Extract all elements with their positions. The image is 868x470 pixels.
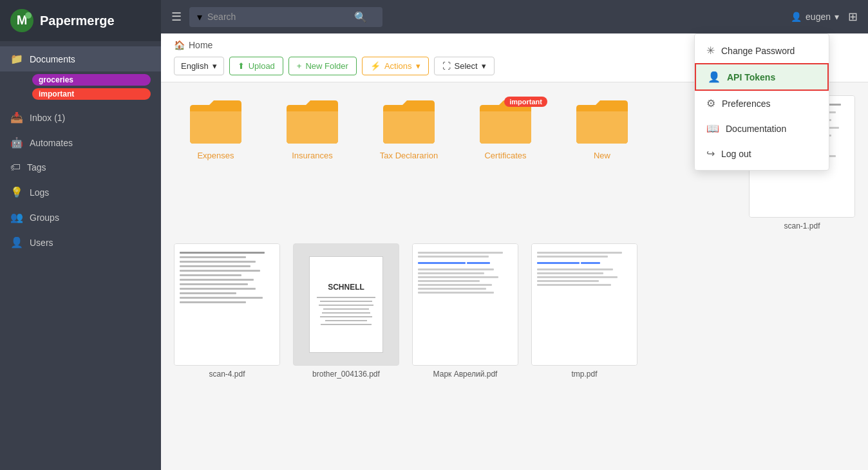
select-button[interactable]: ⛶ Select ▾ [434, 57, 495, 75]
actions-icon: ⚡ [370, 61, 381, 71]
tags-container: groceries important [0, 71, 161, 105]
folder-insurances[interactable]: Insurances [270, 95, 354, 230]
user-dropdown-menu: ✳ Change Password 👤 API Tokens ⚙ Prefere… [694, 33, 829, 171]
sidebar-nav: 📁 Documents groceries important 📥 Inbox … [0, 41, 161, 470]
users-icon: 👤 [10, 236, 23, 249]
file-thumb-scan4 [174, 243, 280, 366]
select-chevron-icon: ▾ [482, 61, 486, 71]
sidebar-item-label: Documents [30, 54, 75, 64]
logout-label: Log out [721, 149, 751, 159]
sidebar-item-label: Groups [30, 212, 59, 223]
search-filter-icon[interactable]: ▾ [197, 11, 202, 23]
folder-certificates[interactable]: important Certificates [464, 95, 547, 230]
folder-icon-insurances [283, 95, 341, 147]
tags-icon: 🏷 [10, 162, 21, 173]
username-label: eugen [806, 12, 831, 22]
dropdown-api-tokens[interactable]: 👤 API Tokens [695, 63, 829, 91]
folder-label-insurances: Insurances [292, 151, 333, 160]
breadcrumb-label: Home [189, 40, 212, 50]
sidebar-item-inbox[interactable]: 📥 Inbox (1) [0, 105, 161, 130]
dropdown-preferences[interactable]: ⚙ Preferences [695, 91, 829, 116]
upload-button[interactable]: ⬆ Upload [229, 57, 283, 75]
tag-important[interactable]: important [32, 88, 151, 100]
language-label: English [181, 61, 209, 71]
search-icon[interactable]: 🔍 [354, 11, 367, 23]
sidebar: M Papermerge 📁 Documents groceries impor… [0, 0, 161, 470]
svg-point-2 [25, 12, 32, 19]
user-icon: 👤 [791, 12, 802, 22]
topbar-right: 👤 eugen ▾ ⊞ [791, 10, 858, 24]
select-label: Select [455, 61, 478, 71]
file-thumb-brother: SCHNELL [293, 243, 399, 366]
sidebar-item-users[interactable]: 👤 Users [0, 230, 161, 255]
folder-icon-new [573, 95, 631, 147]
file-scan4[interactable]: scan-4.pdf [174, 243, 280, 379]
sidebar-item-groups[interactable]: 👥 Groups [0, 205, 161, 230]
app-name: Papermerge [40, 14, 115, 28]
dropdown-documentation[interactable]: 📖 Documentation [695, 116, 829, 141]
hamburger-button[interactable]: ☰ [171, 10, 182, 24]
documents-icon: 📁 [10, 53, 23, 65]
folder-icon-expenses [187, 95, 245, 147]
search-wrap: ▾ 🔍 [189, 7, 382, 27]
documentation-icon: 📖 [706, 122, 719, 135]
folder-expenses[interactable]: Expenses [174, 95, 258, 230]
actions-chevron-icon: ▾ [416, 61, 420, 71]
logout-icon: ↪ [706, 147, 715, 160]
sidebar-item-automates[interactable]: 🤖 Automates [0, 130, 161, 155]
folder-icon-tax [380, 95, 438, 147]
folder-label-certificates: Certificates [484, 151, 526, 160]
file-thumb-tmp [531, 243, 637, 366]
search-input[interactable] [207, 12, 349, 22]
file-label-scan1: scan-1.pdf [784, 221, 820, 230]
folder-new[interactable]: New [560, 95, 644, 230]
important-badge: important [504, 97, 547, 107]
new-folder-button[interactable]: + New Folder [288, 57, 357, 75]
sidebar-item-label: Automates [30, 138, 73, 148]
folder-label-expenses: Expenses [197, 151, 234, 160]
folder-label-tax: Tax Declararion [380, 151, 438, 160]
user-menu-button[interactable]: 👤 eugen ▾ [791, 12, 839, 22]
grid-view-icon[interactable]: ⊞ [848, 10, 858, 24]
groups-icon: 👥 [10, 211, 23, 223]
select-icon: ⛶ [442, 61, 451, 71]
documentation-label: Documentation [726, 124, 786, 134]
dropdown-logout[interactable]: ↪ Log out [695, 141, 829, 166]
tag-groceries[interactable]: groceries [32, 74, 151, 86]
file-brother[interactable]: SCHNELL brother_004136.pdf [293, 243, 399, 379]
logs-icon: 💡 [10, 186, 23, 198]
file-tmp[interactable]: tmp.pdf [531, 243, 637, 379]
actions-label: Actions [384, 61, 412, 71]
preferences-icon: ⚙ [706, 97, 715, 109]
app-logo-icon: M [10, 9, 33, 32]
user-chevron-icon: ▾ [835, 12, 839, 22]
file-label-tmp: tmp.pdf [571, 370, 597, 379]
inbox-icon: 📥 [10, 111, 23, 124]
new-folder-icon: + [297, 61, 302, 71]
sidebar-item-label: Inbox (1) [30, 113, 65, 123]
upload-icon: ⬆ [238, 61, 245, 71]
sidebar-item-tags[interactable]: 🏷 Tags [0, 155, 161, 180]
file-label-mark: Марк Аврелий.pdf [433, 370, 498, 379]
api-tokens-icon: 👤 [708, 71, 721, 83]
automates-icon: 🤖 [10, 136, 23, 149]
topbar: ☰ ▾ 🔍 👤 eugen ▾ ⊞ [161, 0, 868, 33]
file-mark[interactable]: Марк Аврелий.pdf [412, 243, 518, 379]
language-select[interactable]: English ▾ [174, 57, 224, 75]
home-icon: 🏠 [174, 40, 185, 50]
actions-button[interactable]: ⚡ Actions ▾ [362, 57, 429, 75]
new-folder-label: New Folder [305, 61, 348, 71]
sidebar-item-label: Users [30, 238, 53, 248]
change-password-label: Change Password [721, 46, 795, 56]
sidebar-logo: M Papermerge [0, 0, 161, 41]
api-tokens-label: API Tokens [727, 72, 775, 82]
sidebar-item-documents[interactable]: 📁 Documents [0, 46, 161, 71]
sidebar-item-label: Tags [27, 162, 46, 173]
sidebar-item-logs[interactable]: 💡 Logs [0, 180, 161, 205]
preferences-label: Preferences [722, 99, 770, 109]
folder-label-new: New [594, 151, 610, 160]
dropdown-change-password[interactable]: ✳ Change Password [695, 38, 829, 63]
change-password-icon: ✳ [706, 44, 715, 57]
file-label-scan4: scan-4.pdf [209, 370, 245, 379]
folder-tax[interactable]: Tax Declararion [367, 95, 451, 230]
